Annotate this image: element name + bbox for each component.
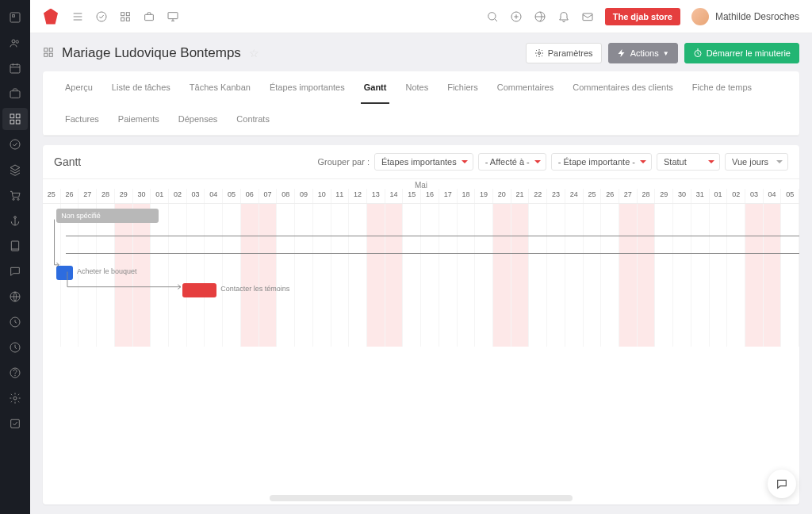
nav-cart-icon[interactable] (2, 184, 28, 206)
nav-logout-icon[interactable] (2, 311, 28, 333)
filter-milestone[interactable]: Étapes importantes (374, 153, 473, 171)
day-header: 05 (781, 189, 799, 203)
tab-étapes-importantes[interactable]: Étapes importantes (260, 71, 354, 103)
group-by-label: Grouper par : (318, 157, 370, 167)
svg-point-19 (15, 375, 16, 376)
store-button[interactable]: The djab store (605, 8, 680, 25)
nav-calendar-icon[interactable] (2, 57, 28, 79)
day-header: 04 (205, 189, 223, 203)
bg-column (601, 204, 619, 347)
svg-point-20 (13, 397, 17, 400)
svg-rect-6 (10, 114, 14, 118)
bell-icon[interactable] (557, 10, 570, 23)
tab-paiements[interactable]: Paiements (109, 103, 169, 135)
horizontal-scrollbar[interactable] (270, 495, 573, 501)
nav-briefcase-icon[interactable] (2, 82, 28, 105)
svg-rect-25 (121, 17, 124, 21)
gantt-body: Mai 252627282930010203040506070809101112… (43, 178, 799, 504)
tab-fichiers[interactable]: Fichiers (438, 71, 488, 103)
left-nav-rail (0, 0, 30, 514)
day-header: 12 (349, 189, 367, 203)
topbar: The djab store Mathilde Desroches (30, 0, 812, 33)
star-icon[interactable]: ☆ (249, 47, 259, 59)
nav-layers-icon[interactable] (2, 159, 28, 181)
day-header: 20 (493, 189, 511, 203)
project-grid-icon (43, 47, 54, 60)
svg-point-11 (13, 198, 14, 200)
chat-fab[interactable] (768, 470, 796, 498)
svg-rect-5 (10, 91, 20, 98)
svg-point-2 (12, 40, 15, 43)
filter-assigned[interactable]: - Affecté à - (478, 153, 546, 171)
day-header: 05 (223, 189, 241, 203)
nav-anchor-icon[interactable] (2, 209, 28, 232)
filter-view[interactable]: Vue jours (725, 153, 788, 171)
tab-commentaires-des-clients[interactable]: Commentaires des clients (563, 71, 683, 103)
briefcase-icon[interactable] (143, 10, 155, 23)
bg-column (727, 204, 745, 347)
plus-icon[interactable] (510, 10, 523, 23)
bg-column (403, 204, 421, 347)
tab-contrats[interactable]: Contrats (227, 103, 279, 135)
tab-tâches-kanban[interactable]: Tâches Kanban (180, 71, 260, 103)
bar-unspecified[interactable]: Non spécifié (56, 209, 159, 223)
check-circle-icon[interactable] (95, 10, 108, 23)
svg-point-13 (14, 217, 17, 219)
tab-factures[interactable]: Factures (56, 103, 109, 135)
nav-book-icon[interactable] (2, 235, 28, 257)
nav-edit-icon[interactable] (2, 412, 28, 435)
svg-point-12 (17, 198, 19, 200)
day-header: 25 (43, 189, 61, 203)
filter-status[interactable]: Statut (657, 153, 720, 171)
tab-commentaires[interactable]: Commentaires (488, 71, 564, 103)
tab-dépenses[interactable]: Dépenses (169, 103, 228, 135)
brand-logo[interactable] (43, 9, 59, 25)
bar-task1[interactable] (56, 266, 73, 280)
timer-button[interactable]: Démarrer le minuterie (684, 43, 799, 63)
nav-chat-icon[interactable] (2, 260, 28, 282)
svg-rect-1 (13, 15, 15, 17)
nav-clock-icon[interactable] (2, 336, 28, 359)
tab-aperçu[interactable]: Aperçu (56, 71, 102, 103)
user-menu[interactable]: Mathilde Desroches (691, 8, 799, 25)
bg-column (295, 204, 313, 347)
nav-dashboard-icon[interactable] (2, 6, 28, 29)
nav-check-icon[interactable] (2, 133, 28, 155)
menu-icon[interactable] (71, 10, 84, 23)
apps-icon[interactable] (119, 10, 132, 23)
bg-column (673, 204, 691, 347)
bar-task2[interactable] (182, 283, 216, 297)
settings-button[interactable]: Paramètres (526, 43, 602, 63)
bg-column (439, 204, 458, 347)
actions-button[interactable]: Actions▼ (608, 43, 678, 63)
gantt-rows[interactable]: Non spécifié Acheter le bouquet Contacte… (43, 204, 799, 347)
day-header: 04 (764, 189, 782, 203)
monitor-icon[interactable] (167, 10, 179, 23)
nav-grid-icon[interactable] (2, 108, 28, 130)
mail-icon[interactable] (581, 10, 594, 23)
nav-settings-icon[interactable] (2, 387, 28, 409)
bg-column (133, 204, 151, 347)
day-header: 16 (421, 189, 439, 203)
svg-rect-33 (44, 48, 48, 51)
nav-help-icon[interactable] (2, 362, 28, 384)
globe-top-icon[interactable] (534, 10, 546, 23)
tab-notes[interactable]: Notes (396, 71, 438, 103)
svg-rect-21 (11, 420, 20, 428)
bg-column (781, 204, 799, 347)
search-icon[interactable] (486, 10, 499, 23)
svg-point-29 (488, 12, 495, 19)
project-header: Mariage Ludovique Bontemps ☆ Paramètres … (43, 43, 799, 63)
bg-column (547, 204, 565, 347)
bg-column (259, 204, 278, 347)
day-header: 02 (727, 189, 745, 203)
filter-milestone2[interactable]: - Étape importante - (551, 153, 652, 171)
tab-gantt[interactable]: Gantt (354, 71, 396, 103)
nav-globe-icon[interactable] (2, 286, 28, 308)
bg-column (493, 204, 511, 347)
day-header: 14 (385, 189, 404, 203)
tab-fiche-de-temps[interactable]: Fiche de temps (683, 71, 761, 103)
tab-liste-de-tâches[interactable]: Liste de tâches (102, 71, 180, 103)
svg-rect-9 (16, 120, 20, 124)
nav-users-icon[interactable] (2, 32, 28, 54)
